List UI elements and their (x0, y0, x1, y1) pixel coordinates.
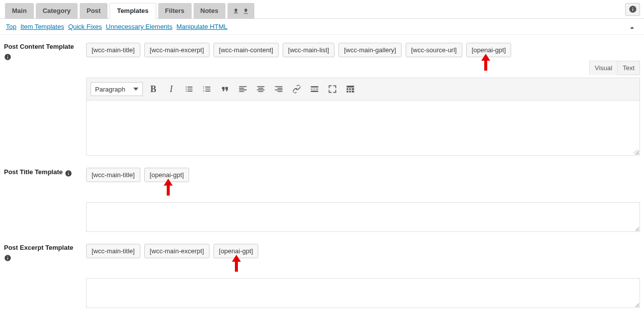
fullscreen-icon (327, 84, 337, 94)
info-title-button[interactable] (65, 170, 72, 177)
numbered-list-button[interactable] (200, 82, 215, 96)
rich-editor: Paragraph B I (86, 78, 640, 156)
content-shortcode-chips: [wcc-main-title] [wcc-main-excerpt] [wcc… (86, 43, 640, 57)
toolbar-toggle-icon (345, 84, 355, 94)
editor-tab-visual[interactable]: Visual (589, 61, 618, 75)
excerpt-template-textarea[interactable] (86, 278, 640, 308)
editor-tab-text[interactable]: Text (618, 61, 640, 75)
chip-wcc-main-list[interactable]: [wcc-main-list] (283, 43, 334, 57)
anchor-item-templates[interactable]: Item Templates (20, 23, 64, 30)
chevron-up-icon (627, 23, 637, 33)
toolbar-toggle-button[interactable] (343, 82, 358, 96)
upload-icon (232, 7, 239, 14)
link-button[interactable] (289, 82, 304, 96)
info-excerpt-button[interactable] (4, 254, 11, 262)
align-left-button[interactable] (235, 82, 250, 96)
caret-down-icon (133, 87, 138, 92)
download-icon (242, 7, 249, 14)
section-label-content: Post Content Template (4, 43, 86, 156)
tab-main[interactable]: Main (5, 3, 34, 19)
collapse-section-button[interactable] (626, 22, 638, 34)
chip-wcc-main-title[interactable]: [wcc-main-title] (86, 244, 140, 258)
fullscreen-button[interactable] (325, 82, 340, 96)
align-right-button[interactable] (271, 82, 286, 96)
info-icon (65, 170, 72, 177)
align-center-button[interactable] (253, 82, 268, 96)
bold-button[interactable]: B (146, 82, 161, 96)
anchor-links: Top Item Templates Quick Fixes Unnecessa… (0, 19, 644, 35)
section-label-text: Post Content Template (4, 43, 74, 50)
editor-toolbar: Paragraph B I (87, 78, 640, 101)
section-post-excerpt-template: Post Excerpt Template [wcc-main-title] [… (0, 236, 644, 310)
info-icon (4, 53, 11, 61)
title-shortcode-chips: [wcc-main-title] [openai-gpt] (86, 168, 640, 182)
tab-post[interactable]: Post (80, 3, 107, 19)
bold-icon: B (150, 84, 156, 95)
read-more-button[interactable] (307, 82, 322, 96)
numbered-list-icon (202, 84, 212, 94)
info-content-button[interactable] (4, 53, 11, 61)
chip-wcc-main-gallery[interactable]: [wcc-main-gallery] (338, 43, 402, 57)
blockquote-icon (220, 84, 230, 94)
bullet-list-button[interactable] (182, 82, 197, 96)
info-icon (629, 5, 637, 13)
tab-templates[interactable]: Templates (109, 3, 156, 19)
tab-category[interactable]: Category (36, 3, 78, 19)
info-icon (4, 254, 11, 262)
chip-wcc-main-title[interactable]: [wcc-main-title] (86, 43, 140, 57)
blockquote-button[interactable] (217, 82, 232, 96)
italic-button[interactable]: I (164, 82, 179, 96)
align-left-icon (238, 84, 248, 94)
read-more-icon (310, 84, 320, 94)
anchor-manipulate-html[interactable]: Manipulate HTML (176, 23, 227, 30)
section-post-content-template: Post Content Template [wcc-main-title] [… (0, 35, 644, 160)
anchor-top[interactable]: Top (6, 23, 16, 30)
page-info-button[interactable] (625, 3, 640, 16)
chip-openai-gpt[interactable]: [openai-gpt] (466, 43, 512, 57)
format-select[interactable]: Paragraph (91, 82, 143, 96)
anchor-quick-fixes[interactable]: Quick Fixes (68, 23, 102, 30)
align-right-icon (274, 84, 284, 94)
main-tabs: Main Category Post Templates Filters Not… (0, 0, 644, 19)
section-post-title-template: Post Title Template [wcc-main-title] [op… (0, 160, 644, 236)
chip-openai-gpt[interactable]: [openai-gpt] (144, 168, 190, 182)
chip-openai-gpt[interactable]: [openai-gpt] (214, 244, 259, 258)
italic-icon: I (170, 84, 173, 95)
align-center-icon (256, 84, 266, 94)
editor-mode-tabs: Visual Text (86, 60, 640, 75)
chip-wcc-source-url[interactable]: [wcc-source-url] (406, 43, 462, 57)
chip-wcc-main-excerpt[interactable]: [wcc-main-excerpt] (144, 43, 210, 57)
chip-wcc-main-title[interactable]: [wcc-main-title] (86, 168, 140, 182)
tab-notes[interactable]: Notes (194, 3, 225, 19)
tab-import-export[interactable] (227, 3, 254, 19)
section-label-text: Post Excerpt Template (4, 244, 73, 251)
excerpt-shortcode-chips: [wcc-main-title] [wcc-main-excerpt] [ope… (86, 244, 640, 258)
section-label-title: Post Title Template (4, 168, 86, 232)
content-editor-area[interactable] (87, 101, 640, 155)
chip-wcc-main-excerpt[interactable]: [wcc-main-excerpt] (144, 244, 210, 258)
anchor-unnecessary-elements[interactable]: Unnecessary Elements (106, 23, 173, 30)
tab-filters[interactable]: Filters (158, 3, 192, 19)
title-template-textarea[interactable] (86, 202, 640, 232)
bullet-list-icon (184, 84, 194, 94)
chip-wcc-main-content[interactable]: [wcc-main-content] (214, 43, 279, 57)
link-icon (292, 84, 302, 94)
section-label-text: Post Title Template (4, 168, 63, 176)
section-label-excerpt: Post Excerpt Template (4, 244, 86, 308)
format-select-label: Paragraph (95, 86, 125, 93)
